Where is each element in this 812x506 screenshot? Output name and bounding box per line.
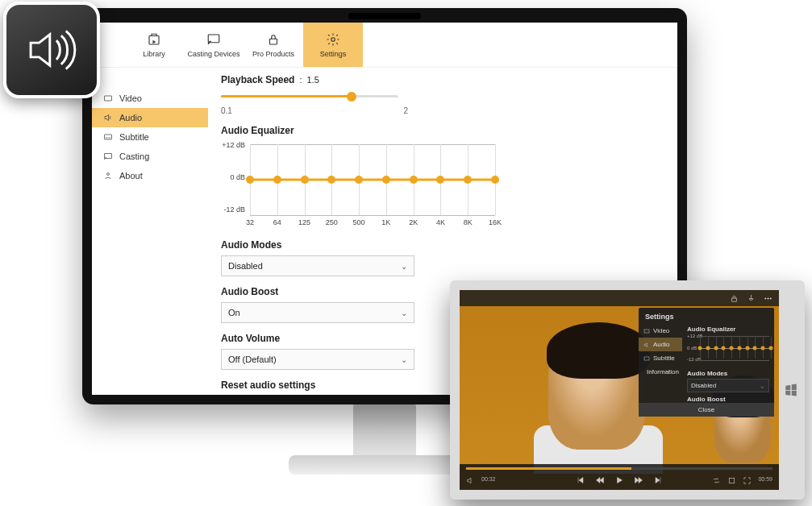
- crop-icon[interactable]: [727, 476, 736, 485]
- svg-rect-4: [105, 96, 112, 101]
- tab-casting-devices[interactable]: Casting Devices: [184, 23, 244, 67]
- cast-icon: [206, 32, 221, 47]
- panel-side-audio[interactable]: Audio: [639, 338, 682, 351]
- tab-library[interactable]: Library: [124, 23, 184, 67]
- playback-speed-value: 1.5: [306, 75, 319, 85]
- audio-modes-dropdown[interactable]: Disabled ⌄: [221, 255, 414, 276]
- video-icon: [103, 93, 113, 103]
- playback-speed-slider[interactable]: [221, 89, 398, 105]
- chevron-down-icon: ⌄: [401, 355, 407, 364]
- panel-sidebar: Video Audio Subtitle Information: [639, 324, 682, 403]
- tablet-device: Settings Video Audio Subtitle Informatio…: [450, 280, 805, 500]
- chevron-down-icon: ⌄: [401, 309, 407, 317]
- time-elapsed: 00:32: [481, 476, 496, 485]
- lock-icon[interactable]: [730, 294, 739, 303]
- speaker-badge: [3, 2, 100, 98]
- svg-point-9: [765, 297, 766, 298]
- eq-label-mid: 0 dB: [221, 173, 245, 181]
- prev-icon[interactable]: [576, 475, 585, 485]
- svg-rect-12: [644, 330, 649, 333]
- audio-boost-value: On: [228, 308, 240, 317]
- sidebar-item-subtitle[interactable]: Subtitle: [92, 127, 208, 147]
- forward-icon[interactable]: [634, 475, 643, 485]
- sidebar-item-label: Video: [119, 93, 142, 103]
- loop-icon[interactable]: [712, 476, 721, 485]
- speaker-large-icon: [22, 20, 81, 80]
- svg-rect-0: [149, 35, 159, 44]
- chevron-down-icon: ⌄: [759, 381, 765, 390]
- rewind-icon[interactable]: [595, 475, 605, 485]
- panel-eq-title: Audio Equalizer: [687, 326, 769, 333]
- tab-pro-products[interactable]: Pro Products: [244, 23, 303, 67]
- more-icon[interactable]: [764, 294, 772, 303]
- chevron-down-icon: ⌄: [401, 262, 407, 271]
- fullscreen-icon[interactable]: [743, 476, 752, 485]
- windows-home-button[interactable]: [784, 383, 798, 397]
- playback-speed-title: Playback Speed: [221, 74, 294, 85]
- topbar: Library Casting Devices Pro Products Set…: [92, 23, 677, 68]
- panel-title: Settings: [645, 313, 674, 321]
- equalizer-title: Audio Equalizer: [221, 125, 658, 136]
- video-player: Settings Video Audio Subtitle Informatio…: [460, 290, 779, 490]
- volume-icon[interactable]: [466, 476, 475, 485]
- panel-audio-modes-title: Audio Modes: [687, 370, 769, 377]
- player-topbar: [460, 290, 779, 306]
- sidebar-item-label: About: [119, 171, 143, 180]
- panel-side-information[interactable]: Information: [639, 365, 682, 379]
- subtitle-icon: [103, 132, 113, 142]
- panel-close-button[interactable]: Close: [639, 403, 774, 417]
- gear-icon: [326, 32, 340, 47]
- library-icon: [147, 32, 161, 47]
- auto-volume-dropdown[interactable]: Off (Default) ⌄: [221, 349, 414, 370]
- cast-small-icon: [103, 151, 113, 161]
- sidebar-item-label: Subtitle: [119, 132, 149, 142]
- auto-volume-value: Off (Default): [228, 355, 277, 364]
- speaker-icon: [103, 113, 113, 122]
- sidebar-item-video[interactable]: Video: [92, 89, 208, 108]
- playback-max-label: 2: [403, 106, 408, 115]
- tab-label: Pro Products: [252, 50, 294, 58]
- audio-equalizer[interactable]: +12 dB 0 dB -12 dB 32641252505001K2K4K8K…: [221, 141, 495, 230]
- tab-settings[interactable]: Settings: [303, 23, 363, 67]
- player-controls: 00:32 00:59: [460, 464, 779, 490]
- tab-label: Settings: [320, 50, 347, 58]
- tab-label: Library: [143, 50, 165, 58]
- panel-audio-boost-title: Audio Boost: [687, 396, 769, 403]
- panel-side-video[interactable]: Video: [639, 324, 682, 338]
- player-settings-panel: Settings Video Audio Subtitle Informatio…: [639, 308, 774, 417]
- time-total: 00:59: [758, 476, 772, 485]
- svg-rect-15: [730, 478, 735, 483]
- audio-modes-value: Disabled: [228, 261, 263, 271]
- progress-bar[interactable]: [466, 467, 772, 470]
- sidebar-item-label: Casting: [119, 151, 149, 161]
- sidebar-item-label: Audio: [119, 113, 142, 122]
- panel-side-subtitle[interactable]: Subtitle: [639, 351, 682, 365]
- playback-min-label: 0.1: [221, 106, 232, 115]
- eq-label-bot: -12 dB: [221, 205, 245, 214]
- audio-modes-title: Audio Modes: [221, 239, 658, 251]
- svg-point-11: [770, 297, 771, 298]
- person-icon: [103, 171, 113, 180]
- svg-rect-8: [732, 298, 737, 301]
- svg-point-10: [768, 297, 768, 298]
- next-icon[interactable]: [653, 475, 663, 485]
- svg-rect-2: [270, 39, 277, 44]
- settings-sidebar: Video Audio Subtitle Casting About: [92, 68, 208, 395]
- pin-icon[interactable]: [747, 294, 756, 303]
- svg-point-7: [107, 173, 110, 176]
- svg-point-3: [331, 37, 335, 41]
- panel-audio-modes-dropdown[interactable]: Disabled⌄: [687, 379, 769, 392]
- audio-boost-dropdown[interactable]: On ⌄: [221, 302, 414, 323]
- sidebar-item-casting[interactable]: Casting: [92, 147, 208, 166]
- eq-label-top: +12 dB: [221, 141, 245, 149]
- sidebar-item-about[interactable]: About: [92, 166, 208, 185]
- panel-equalizer[interactable]: +12 dB 0 dB -12 dB: [687, 334, 769, 367]
- tab-label: Casting Devices: [187, 50, 239, 58]
- sidebar-item-audio[interactable]: Audio: [92, 108, 208, 127]
- svg-rect-13: [644, 357, 649, 360]
- svg-rect-5: [105, 135, 112, 139]
- lock-icon: [266, 32, 281, 47]
- play-icon[interactable]: [614, 475, 624, 485]
